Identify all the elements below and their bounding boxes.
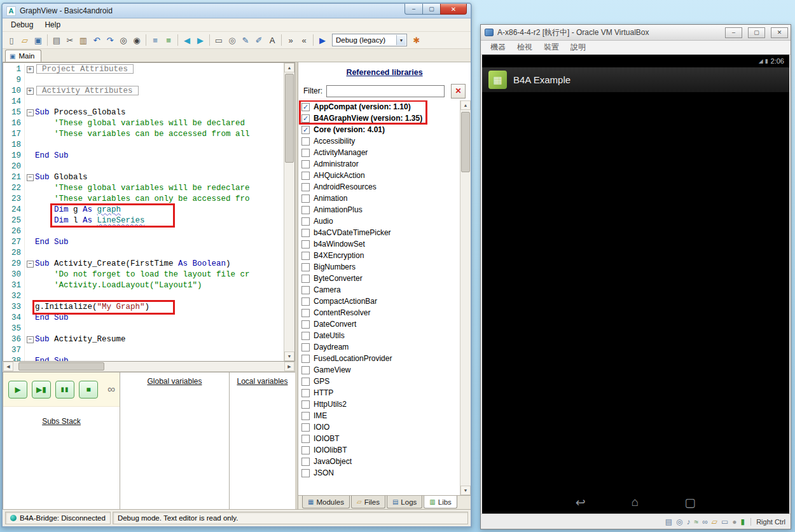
checkbox-icon[interactable]: ✓ bbox=[301, 126, 310, 134]
code-line[interactable]: 18 bbox=[3, 140, 284, 151]
scroll-down-icon[interactable]: ▼ bbox=[460, 486, 471, 495]
checkbox-icon[interactable] bbox=[301, 355, 310, 363]
library-item[interactable]: b4aCVDateTimePicker bbox=[298, 227, 460, 238]
code-line[interactable]: 29−Sub Activity_Create(FirstTime As Bool… bbox=[3, 259, 284, 269]
refresh-libraries-icon[interactable]: ✱ bbox=[410, 34, 423, 46]
menu-debug[interactable]: Debug bbox=[5, 19, 39, 31]
save-icon[interactable]: ▣ bbox=[32, 34, 45, 46]
library-item[interactable]: JSON bbox=[298, 467, 460, 479]
library-item[interactable]: FusedLocationProvider bbox=[298, 353, 460, 364]
navigate-back-icon[interactable]: ◀ bbox=[181, 34, 193, 46]
library-item[interactable]: AndroidResources bbox=[298, 181, 460, 193]
run-to-cursor-button[interactable]: ▶▮ bbox=[32, 381, 51, 399]
code-line[interactable]: 22 'These global variables will be redec… bbox=[3, 183, 284, 194]
vbox-titlebar[interactable]: A-x86-4-4-r2 [執行中] - Oracle VM VirtualBo… bbox=[481, 25, 791, 41]
checkbox-icon[interactable] bbox=[301, 389, 310, 397]
library-item[interactable]: GPS bbox=[298, 376, 460, 387]
scrollbar-thumb[interactable] bbox=[285, 74, 294, 163]
code-line[interactable]: 26 bbox=[3, 226, 284, 237]
display-icon[interactable]: ▭ bbox=[721, 517, 728, 526]
checkbox-icon[interactable] bbox=[301, 206, 310, 214]
checkbox-icon[interactable] bbox=[301, 446, 310, 454]
library-item[interactable]: ActivityManager bbox=[298, 147, 460, 158]
code-line[interactable]: 10+Activity Attributes bbox=[3, 86, 284, 97]
collapse-region-icon[interactable]: − bbox=[27, 174, 34, 181]
library-item[interactable]: ContentResolver bbox=[298, 307, 460, 318]
checkbox-icon[interactable] bbox=[301, 194, 310, 203]
video-capture-icon[interactable]: ● bbox=[732, 517, 736, 526]
find-next-icon[interactable]: ◉ bbox=[130, 34, 143, 46]
checkbox-icon[interactable]: ✓ bbox=[301, 103, 310, 111]
scrollbar-thumb[interactable] bbox=[18, 362, 104, 371]
select-region-icon[interactable]: ▭ bbox=[212, 34, 225, 46]
menu-devices[interactable]: 裝置 bbox=[538, 41, 565, 54]
collapse-region-icon[interactable]: − bbox=[27, 109, 34, 116]
code-line[interactable]: 36−Sub Activity_Resume bbox=[3, 334, 284, 345]
menu-help[interactable]: 說明 bbox=[565, 41, 591, 54]
checkbox-icon[interactable] bbox=[301, 160, 310, 168]
library-item[interactable]: IOIOBT bbox=[298, 433, 460, 444]
checkbox-icon[interactable] bbox=[301, 320, 310, 329]
library-item[interactable]: ✓AppCompat (version: 1.10) bbox=[298, 101, 460, 113]
scroll-left-icon[interactable]: ◀ bbox=[3, 362, 13, 371]
paste-icon[interactable]: ▥ bbox=[77, 34, 90, 46]
code-line[interactable]: 14 bbox=[3, 97, 284, 107]
optical-disk-icon[interactable]: ◎ bbox=[676, 517, 682, 526]
expand-region-icon[interactable]: + bbox=[27, 66, 34, 73]
zoom-region-icon[interactable]: ◎ bbox=[226, 34, 238, 46]
code-line[interactable]: 21−Sub Globals bbox=[3, 172, 284, 183]
checkbox-icon[interactable] bbox=[301, 469, 310, 477]
checkbox-icon[interactable] bbox=[301, 423, 310, 432]
code-line[interactable]: 38End Sub bbox=[3, 356, 284, 361]
library-item[interactable]: ✓B4AGraphView (version: 1.35) bbox=[298, 113, 460, 124]
filter-input[interactable] bbox=[326, 85, 445, 97]
clear-filter-button[interactable]: ✕ bbox=[451, 84, 466, 99]
pause-button[interactable]: ▮▮ bbox=[55, 381, 74, 399]
code-line[interactable]: 9 bbox=[3, 75, 284, 86]
editor-vertical-scrollbar[interactable]: ▲ ▼ bbox=[284, 63, 294, 361]
collapse-region-icon[interactable]: − bbox=[27, 261, 34, 268]
library-item[interactable]: b4aWindowSet bbox=[298, 238, 460, 250]
bridge-link-icon[interactable]: ∞ bbox=[107, 383, 115, 396]
library-item[interactable]: IOIO bbox=[298, 421, 460, 433]
library-item[interactable]: ByteConverter bbox=[298, 273, 460, 284]
checkbox-icon[interactable] bbox=[301, 217, 310, 226]
run-button[interactable]: ▶ bbox=[8, 381, 27, 399]
scroll-up-icon[interactable]: ▲ bbox=[284, 63, 294, 72]
close-button[interactable]: ✕ bbox=[440, 4, 467, 15]
minimize-button[interactable]: – bbox=[725, 27, 742, 38]
library-item[interactable]: AnimationPlus bbox=[298, 204, 460, 215]
chevron-down-icon[interactable]: ▼ bbox=[396, 35, 406, 45]
checkbox-icon[interactable] bbox=[301, 229, 310, 237]
code-line[interactable]: 31 'Activity.LoadLayout("Layout1") bbox=[3, 280, 284, 291]
library-item[interactable]: Daydream bbox=[298, 341, 460, 353]
checkbox-icon[interactable] bbox=[301, 149, 310, 157]
library-item[interactable]: Administrator bbox=[298, 158, 460, 170]
checkbox-icon[interactable] bbox=[301, 458, 310, 466]
code-line[interactable]: 28 bbox=[3, 248, 284, 259]
library-item[interactable]: CompactActionBar bbox=[298, 296, 460, 307]
checkbox-icon[interactable] bbox=[301, 137, 310, 146]
ide-titlebar[interactable]: A GraphView - Basic4android – ▢ ✕ bbox=[3, 4, 471, 18]
library-item[interactable]: AHQuickAction bbox=[298, 170, 460, 181]
scroll-down-icon[interactable]: ▼ bbox=[284, 351, 294, 361]
checkbox-icon[interactable] bbox=[301, 332, 310, 340]
library-item[interactable]: Audio bbox=[298, 215, 460, 227]
checkbox-icon[interactable] bbox=[301, 343, 310, 351]
redo-icon[interactable]: ↷ bbox=[104, 34, 116, 46]
new-file-icon[interactable]: ▯ bbox=[5, 34, 18, 46]
code-line[interactable]: 20 bbox=[3, 161, 284, 172]
library-item[interactable]: Animation bbox=[298, 193, 460, 204]
maximize-button[interactable]: ▢ bbox=[423, 4, 440, 15]
code-line[interactable]: 1+Project Attributes bbox=[3, 64, 284, 75]
checkbox-icon[interactable] bbox=[301, 297, 310, 306]
library-item[interactable]: IME bbox=[298, 410, 460, 421]
menu-help[interactable]: Help bbox=[39, 19, 66, 31]
expand-region-icon[interactable]: + bbox=[27, 88, 34, 95]
code-line[interactable]: 33g.Initialize("My Graph") bbox=[3, 302, 284, 313]
checkbox-icon[interactable] bbox=[301, 252, 310, 260]
tab-libs[interactable]: ▥Libs bbox=[424, 496, 457, 508]
code-line[interactable]: 15−Sub Process_Globals bbox=[3, 107, 284, 118]
stop-button[interactable]: ■ bbox=[79, 381, 98, 399]
tab-logs[interactable]: ▤Logs bbox=[387, 496, 422, 508]
